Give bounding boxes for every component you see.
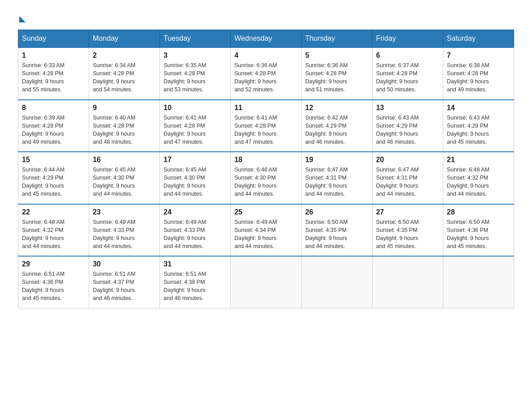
logo [18,13,26,21]
day-info: Sunrise: 6:34 AMSunset: 4:28 PMDaylight:… [93,61,156,94]
day-info: Sunrise: 6:51 AMSunset: 4:38 PMDaylight:… [163,270,227,303]
calendar-day-cell: 29Sunrise: 6:51 AMSunset: 4:36 PMDayligh… [18,256,89,308]
day-info: Sunrise: 6:40 AMSunset: 4:28 PMDaylight:… [93,114,156,146]
day-number: 16 [93,156,156,164]
day-number: 28 [447,208,510,216]
calendar-day-cell: 10Sunrise: 6:41 AMSunset: 4:28 PMDayligh… [160,100,231,152]
weekday-header-row: SundayMondayTuesdayWednesdayThursdayFrid… [18,30,514,48]
calendar-day-cell: 17Sunrise: 6:45 AMSunset: 4:30 PMDayligh… [160,152,231,204]
day-info: Sunrise: 6:45 AMSunset: 4:30 PMDaylight:… [163,166,227,198]
day-info: Sunrise: 6:36 AMSunset: 4:28 PMDaylight:… [305,61,369,94]
logo-arrow-icon [19,16,26,22]
page-header [18,13,514,21]
calendar-day-cell: 9Sunrise: 6:40 AMSunset: 4:28 PMDaylight… [89,100,160,152]
day-number: 31 [163,260,227,268]
calendar-day-cell: 12Sunrise: 6:42 AMSunset: 4:29 PMDayligh… [301,100,372,152]
day-number: 23 [93,208,156,216]
weekday-header-monday: Monday [89,30,160,48]
calendar-day-cell: 21Sunrise: 6:48 AMSunset: 4:32 PMDayligh… [443,152,514,204]
day-number: 6 [376,51,439,60]
day-info: Sunrise: 6:49 AMSunset: 4:33 PMDaylight:… [93,218,156,251]
calendar-day-cell: 30Sunrise: 6:51 AMSunset: 4:37 PMDayligh… [89,256,160,308]
day-number: 1 [22,51,85,60]
day-number: 25 [234,208,297,216]
calendar-day-cell: 13Sunrise: 6:43 AMSunset: 4:29 PMDayligh… [372,100,443,152]
day-number: 29 [22,260,85,268]
day-number: 14 [447,104,510,112]
day-number: 2 [93,51,156,60]
day-info: Sunrise: 6:47 AMSunset: 4:31 PMDaylight:… [376,166,439,198]
calendar-day-cell: 31Sunrise: 6:51 AMSunset: 4:38 PMDayligh… [160,256,231,308]
day-info: Sunrise: 6:45 AMSunset: 4:30 PMDaylight:… [93,166,156,198]
day-info: Sunrise: 6:35 AMSunset: 4:28 PMDaylight:… [163,61,227,94]
day-number: 9 [93,104,156,112]
calendar-day-cell: 16Sunrise: 6:45 AMSunset: 4:30 PMDayligh… [89,152,160,204]
day-number: 7 [447,51,510,60]
calendar-day-cell: 11Sunrise: 6:41 AMSunset: 4:28 PMDayligh… [231,100,301,152]
weekday-header-thursday: Thursday [301,30,372,48]
day-number: 8 [22,104,85,112]
calendar-day-cell: 20Sunrise: 6:47 AMSunset: 4:31 PMDayligh… [372,152,443,204]
day-number: 4 [234,51,297,60]
day-info: Sunrise: 6:48 AMSunset: 4:32 PMDaylight:… [447,166,510,198]
day-info: Sunrise: 6:51 AMSunset: 4:36 PMDaylight:… [22,270,85,303]
calendar-week-row: 1Sunrise: 6:33 AMSunset: 4:28 PMDaylight… [18,47,514,100]
calendar-day-cell [231,256,301,308]
calendar-week-row: 15Sunrise: 6:44 AMSunset: 4:29 PMDayligh… [18,152,514,204]
day-info: Sunrise: 6:46 AMSunset: 4:30 PMDaylight:… [234,166,297,198]
weekday-header-friday: Friday [372,30,443,48]
day-number: 10 [163,104,227,112]
day-info: Sunrise: 6:41 AMSunset: 4:28 PMDaylight:… [163,114,227,146]
calendar-day-cell: 14Sunrise: 6:43 AMSunset: 4:29 PMDayligh… [443,100,514,152]
day-number: 19 [305,156,369,164]
day-info: Sunrise: 6:36 AMSunset: 4:28 PMDaylight:… [234,61,297,94]
day-info: Sunrise: 6:43 AMSunset: 4:29 PMDaylight:… [447,114,510,146]
calendar-day-cell: 19Sunrise: 6:47 AMSunset: 4:31 PMDayligh… [301,152,372,204]
calendar-day-cell: 1Sunrise: 6:33 AMSunset: 4:28 PMDaylight… [18,47,89,100]
day-number: 21 [447,156,510,164]
day-info: Sunrise: 6:50 AMSunset: 4:36 PMDaylight:… [447,218,510,251]
day-number: 30 [93,260,156,268]
day-info: Sunrise: 6:48 AMSunset: 4:32 PMDaylight:… [22,218,85,251]
day-number: 20 [376,156,439,164]
day-info: Sunrise: 6:47 AMSunset: 4:31 PMDaylight:… [305,166,369,198]
day-number: 12 [305,104,369,112]
day-number: 13 [376,104,439,112]
day-info: Sunrise: 6:39 AMSunset: 4:28 PMDaylight:… [22,114,85,146]
day-info: Sunrise: 6:49 AMSunset: 4:33 PMDaylight:… [163,218,227,251]
day-info: Sunrise: 6:42 AMSunset: 4:29 PMDaylight:… [305,114,369,146]
day-number: 22 [22,208,85,216]
day-number: 5 [305,51,369,60]
weekday-header-wednesday: Wednesday [231,30,301,48]
calendar-day-cell: 22Sunrise: 6:48 AMSunset: 4:32 PMDayligh… [18,204,89,257]
day-info: Sunrise: 6:41 AMSunset: 4:28 PMDaylight:… [234,114,297,146]
calendar-day-cell: 23Sunrise: 6:49 AMSunset: 4:33 PMDayligh… [89,204,160,257]
calendar-day-cell [372,256,443,308]
day-number: 26 [305,208,369,216]
calendar-day-cell: 18Sunrise: 6:46 AMSunset: 4:30 PMDayligh… [231,152,301,204]
calendar-day-cell: 7Sunrise: 6:38 AMSunset: 4:28 PMDaylight… [443,47,514,100]
day-number: 27 [376,208,439,216]
day-info: Sunrise: 6:38 AMSunset: 4:28 PMDaylight:… [447,61,510,94]
day-info: Sunrise: 6:49 AMSunset: 4:34 PMDaylight:… [234,218,297,251]
calendar-day-cell: 3Sunrise: 6:35 AMSunset: 4:28 PMDaylight… [160,47,231,100]
calendar-day-cell: 4Sunrise: 6:36 AMSunset: 4:28 PMDaylight… [231,47,301,100]
calendar-day-cell: 2Sunrise: 6:34 AMSunset: 4:28 PMDaylight… [89,47,160,100]
day-number: 11 [234,104,297,112]
day-number: 3 [163,51,227,60]
day-number: 17 [163,156,227,164]
calendar-table: SundayMondayTuesdayWednesdayThursdayFrid… [18,30,514,308]
calendar-day-cell: 28Sunrise: 6:50 AMSunset: 4:36 PMDayligh… [443,204,514,257]
calendar-day-cell: 25Sunrise: 6:49 AMSunset: 4:34 PMDayligh… [231,204,301,257]
calendar-day-cell: 8Sunrise: 6:39 AMSunset: 4:28 PMDaylight… [18,100,89,152]
calendar-day-cell: 6Sunrise: 6:37 AMSunset: 4:28 PMDaylight… [372,47,443,100]
day-number: 24 [163,208,227,216]
weekday-header-sunday: Sunday [18,30,89,48]
calendar-week-row: 29Sunrise: 6:51 AMSunset: 4:36 PMDayligh… [18,256,514,308]
calendar-day-cell: 5Sunrise: 6:36 AMSunset: 4:28 PMDaylight… [301,47,372,100]
day-info: Sunrise: 6:50 AMSunset: 4:35 PMDaylight:… [305,218,369,251]
day-info: Sunrise: 6:44 AMSunset: 4:29 PMDaylight:… [22,166,85,198]
day-info: Sunrise: 6:43 AMSunset: 4:29 PMDaylight:… [376,114,439,146]
weekday-header-tuesday: Tuesday [160,30,231,48]
calendar-week-row: 22Sunrise: 6:48 AMSunset: 4:32 PMDayligh… [18,204,514,257]
